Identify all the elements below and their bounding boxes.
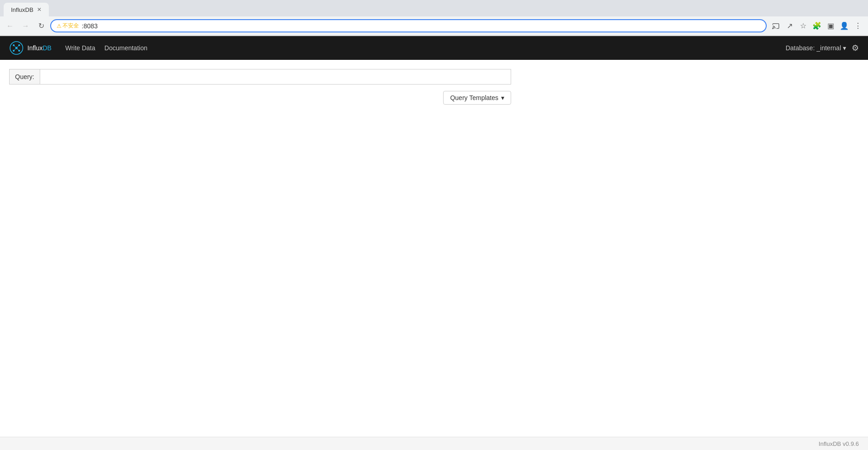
query-templates-button[interactable]: Query Templates ▾ [443,91,511,105]
share-icon-btn[interactable]: ↗ [783,20,796,32]
extensions-icon-btn[interactable]: 🧩 [810,20,823,32]
dropdown-chevron-icon: ▾ [501,94,504,101]
settings-button[interactable]: ⚙ [852,43,859,53]
forward-button[interactable]: → [19,20,32,32]
app-logo[interactable]: InfluxDB [9,41,52,55]
query-row: Query: [9,69,511,85]
sidebar-icon-btn[interactable]: ▣ [824,20,837,32]
browser-tabs: InfluxDB ✕ [0,0,868,16]
security-warning-icon: ⚠ 不安全 [57,22,79,30]
nav-links: Write Data Documentation [65,42,786,53]
back-button[interactable]: ← [4,20,16,32]
warning-triangle: ⚠ [57,23,62,29]
logo-influx: Influx [27,44,42,52]
query-templates-label: Query Templates [450,94,498,101]
profile-icon-btn[interactable]: 👤 [838,20,851,32]
svg-point-0 [773,28,773,28]
tab-close-btn[interactable]: ✕ [37,6,42,13]
app-footer: InfluxDB v0.9.6 [0,437,868,450]
svg-line-9 [14,48,16,51]
query-templates-row: Query Templates ▾ [9,91,511,105]
database-name: _internal [816,44,841,52]
svg-line-8 [16,45,19,48]
svg-line-7 [14,45,16,48]
influxdb-logo-icon [9,41,24,55]
query-input[interactable] [40,69,511,85]
address-bar[interactable]: ⚠ 不安全 [50,19,767,32]
query-label: Query: [9,69,40,85]
svg-line-10 [16,48,19,51]
browser-tab-active[interactable]: InfluxDB ✕ [4,3,49,16]
logo-text: InfluxDB [27,44,52,52]
toolbar-icons: ↗ ☆ 🧩 ▣ 👤 ⋮ [769,20,864,32]
dropdown-arrow-icon: ▾ [843,44,846,52]
app-navbar: InfluxDB Write Data Documentation Databa… [0,36,868,60]
browser-chrome: InfluxDB ✕ ← → ↻ ⚠ 不安全 ↗ ☆ 🧩 ▣ [0,0,868,36]
tab-title: InfluxDB [11,6,33,13]
gear-icon: ⚙ [852,43,859,53]
database-label: Database: [785,44,815,52]
security-label: 不安全 [63,22,79,30]
main-content: Query: Query Templates ▾ [0,60,868,437]
address-input[interactable] [82,22,760,30]
database-selector[interactable]: Database: _internal ▾ [785,44,846,52]
reload-button[interactable]: ↻ [35,20,47,32]
browser-toolbar: ← → ↻ ⚠ 不安全 ↗ ☆ 🧩 ▣ 👤 ⋮ [0,16,868,36]
nav-write-data[interactable]: Write Data [65,42,95,53]
menu-icon-btn[interactable]: ⋮ [852,20,864,32]
logo-db: DB [42,44,51,52]
cast-icon-btn[interactable] [769,20,782,32]
bookmark-icon-btn[interactable]: ☆ [797,20,810,32]
nav-right: Database: _internal ▾ ⚙ [785,43,859,53]
nav-documentation[interactable]: Documentation [105,42,147,53]
version-text: InfluxDB v0.9.6 [819,440,859,447]
